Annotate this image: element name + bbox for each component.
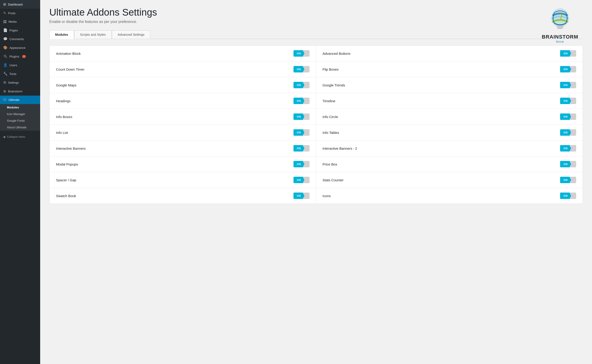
- table-row: Modal Popups ON Price Box ON: [50, 156, 583, 172]
- toggle-on-label: ON: [293, 161, 305, 167]
- module-toggle[interactable]: ON: [293, 113, 310, 120]
- sidebar-item-pages[interactable]: 📄 Pages: [0, 26, 40, 35]
- module-cell-left-8: Spacer / Gap ON: [50, 172, 316, 188]
- module-name: Stats Counter: [323, 178, 557, 182]
- sidebar-item-label: Brainstorm: [8, 90, 22, 93]
- toggle-track: ON: [560, 82, 576, 88]
- module-toggle[interactable]: ON: [293, 66, 310, 72]
- module-name: Info Tables: [323, 131, 557, 135]
- media-icon: 🖼: [3, 20, 7, 24]
- toggle-track: ON: [293, 50, 310, 57]
- toggle-track: ON: [560, 98, 576, 104]
- tab-scripts-and-styles[interactable]: Scripts and Styles: [74, 30, 112, 39]
- module-cell-left-2: Google Maps ON: [50, 77, 316, 93]
- toggle-on-label: ON: [560, 82, 571, 88]
- module-toggle[interactable]: ON: [560, 177, 576, 183]
- module-cell-left-4: Info Boxes ON: [50, 109, 316, 124]
- module-toggle[interactable]: ON: [560, 193, 576, 199]
- module-cell-right-2: Google Trends ON: [316, 77, 583, 93]
- module-toggle[interactable]: ON: [560, 129, 576, 136]
- table-row: Interactive Banners ON Interactive Banne…: [50, 141, 583, 156]
- comments-icon: 💬: [3, 37, 7, 41]
- module-cell-right-9: Icons ON: [316, 188, 583, 204]
- toggle-on-label: ON: [560, 145, 571, 151]
- posts-icon: ✎: [3, 11, 6, 15]
- module-toggle[interactable]: ON: [560, 161, 576, 167]
- table-row: Spacer / Gap ON Stats Counter ON: [50, 172, 583, 188]
- module-toggle[interactable]: ON: [560, 145, 576, 151]
- sidebar-item-label: Pages: [9, 29, 18, 32]
- sidebar-item-posts[interactable]: ✎ Posts: [0, 9, 40, 17]
- modules-grid: Animation Block ON Advanced Buttons ON C…: [49, 46, 583, 204]
- toggle-on-label: ON: [293, 193, 305, 199]
- module-toggle[interactable]: ON: [293, 98, 310, 104]
- sidebar-submenu-modules[interactable]: Modules: [0, 104, 40, 111]
- module-toggle[interactable]: ON: [293, 161, 310, 167]
- sidebar-item-ultimate[interactable]: 🛡 Ultimate: [0, 96, 40, 104]
- sidebar-submenu-about-ultimate[interactable]: About Ultimate: [0, 124, 40, 131]
- sidebar-item-tools[interactable]: 🔧 Tools: [0, 69, 40, 78]
- module-name: Google Trends: [323, 83, 557, 87]
- module-name: Icons: [323, 194, 557, 198]
- module-toggle[interactable]: ON: [293, 50, 310, 57]
- collapse-menu-button[interactable]: ◉ Collapse menu: [0, 133, 40, 141]
- module-name: Flip Boxes: [323, 67, 557, 71]
- sidebar-item-dashboard[interactable]: ⊞ Dashboard: [0, 0, 40, 9]
- table-row: Google Maps ON Google Trends ON: [50, 77, 583, 93]
- page-subtitle: Enable or disable the features as per yo…: [49, 20, 583, 24]
- module-toggle[interactable]: ON: [560, 66, 576, 72]
- module-cell-right-4: Info Circle ON: [316, 109, 583, 124]
- module-name: Swatch Book: [56, 194, 290, 198]
- module-toggle[interactable]: ON: [293, 82, 310, 88]
- sidebar-item-settings[interactable]: ⚙ Settings: [0, 78, 40, 87]
- toggle-track: ON: [293, 145, 310, 151]
- module-toggle[interactable]: ON: [560, 50, 576, 57]
- logo-sub: force: [542, 40, 578, 43]
- module-toggle[interactable]: ON: [293, 177, 310, 183]
- sidebar-item-comments[interactable]: 💬 Comments: [0, 35, 40, 43]
- module-toggle[interactable]: ON: [560, 98, 576, 104]
- module-toggle[interactable]: ON: [293, 193, 310, 199]
- sidebar-item-media[interactable]: 🖼 Media: [0, 17, 40, 26]
- module-toggle[interactable]: ON: [293, 129, 310, 136]
- toggle-track: ON: [560, 177, 576, 183]
- toggle-on-label: ON: [293, 66, 305, 72]
- module-toggle[interactable]: ON: [560, 113, 576, 120]
- module-toggle[interactable]: ON: [560, 82, 576, 88]
- toggle-on-label: ON: [560, 50, 571, 57]
- sidebar-submenu-icon-manager[interactable]: Icon Manager: [0, 111, 40, 117]
- sidebar-item-appearance[interactable]: 🎨 Appearance: [0, 43, 40, 52]
- sidebar-item-label: Ultimate: [8, 98, 20, 102]
- sidebar-item-brainstorm[interactable]: ⊕ Brainstorm: [0, 87, 40, 96]
- tab-modules[interactable]: Modules: [49, 30, 74, 39]
- module-name: Info Boxes: [56, 115, 290, 119]
- toggle-track: ON: [560, 50, 576, 57]
- ultimate-icon: 🛡: [3, 98, 7, 102]
- sidebar-item-plugins[interactable]: 🔌 Plugins 2: [0, 52, 40, 61]
- toggle-track: ON: [293, 113, 310, 120]
- toggle-track: ON: [293, 161, 310, 167]
- toggle-on-label: ON: [560, 193, 571, 199]
- sidebar-item-label: Appearance: [9, 46, 26, 50]
- sidebar-item-label: Users: [9, 64, 17, 67]
- sidebar-item-label: Plugins: [9, 55, 19, 58]
- collapse-icon: ◉: [3, 135, 6, 138]
- sidebar-item-users[interactable]: 👤 Users: [0, 61, 40, 69]
- plugins-icon: 🔌: [3, 54, 7, 58]
- toggle-track: ON: [560, 129, 576, 136]
- module-cell-left-5: Info List ON: [50, 125, 316, 140]
- module-cell-left-1: Count Down Timer ON: [50, 61, 316, 77]
- tab-advanced-settings[interactable]: Advanced Settings: [112, 30, 150, 39]
- table-row: Animation Block ON Advanced Buttons ON: [50, 46, 583, 61]
- module-toggle[interactable]: ON: [293, 145, 310, 151]
- brand-logo: BRAINSTORM force: [542, 7, 578, 43]
- toggle-on-label: ON: [293, 113, 305, 120]
- module-cell-right-8: Stats Counter ON: [316, 172, 583, 188]
- module-name: Price Box: [323, 162, 557, 166]
- module-cell-right-1: Flip Boxes ON: [316, 61, 583, 77]
- module-cell-left-7: Modal Popups ON: [50, 156, 316, 172]
- toggle-on-label: ON: [293, 177, 305, 183]
- module-cell-right-0: Advanced Buttons ON: [316, 46, 583, 61]
- module-cell-right-5: Info Tables ON: [316, 125, 583, 140]
- sidebar-submenu-google-fonts[interactable]: Google Fonts: [0, 117, 40, 124]
